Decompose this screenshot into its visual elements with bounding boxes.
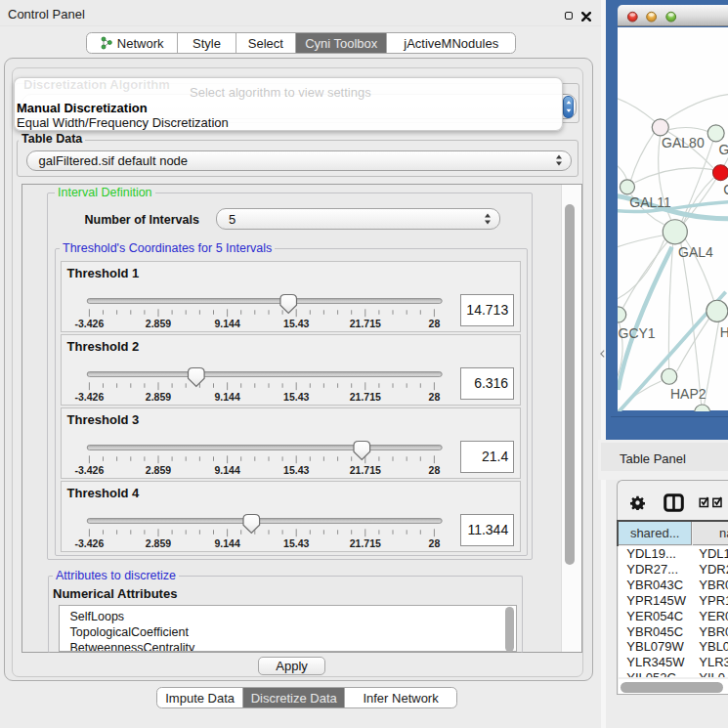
svg-text:2.859: 2.859: [146, 318, 171, 329]
svg-text:GAL11: GAL11: [629, 194, 671, 210]
svg-text:HI: HI: [720, 323, 728, 339]
svg-text:HAP2: HAP2: [670, 385, 707, 401]
svg-text:28: 28: [428, 464, 440, 476]
svg-text:15.43: 15.43: [283, 537, 309, 549]
svg-text:9.144: 9.144: [214, 464, 239, 476]
svg-text:9.144: 9.144: [214, 391, 239, 403]
svg-text:-3.426: -3.426: [74, 464, 104, 476]
svg-text:GAL1: GAL1: [718, 142, 728, 157]
svg-text:15.43: 15.43: [283, 318, 309, 329]
svg-text:21.715: 21.715: [350, 464, 381, 476]
svg-text:2.859: 2.859: [146, 537, 171, 549]
svg-text:CY: CY: [723, 181, 728, 196]
svg-text:GAL80: GAL80: [662, 135, 705, 150]
svg-text:-3.426: -3.426: [74, 537, 104, 549]
svg-text:21.715: 21.715: [350, 318, 381, 329]
svg-text:GCY1: GCY1: [618, 325, 655, 341]
svg-text:15.43: 15.43: [283, 464, 309, 476]
svg-text:2.859: 2.859: [146, 464, 171, 476]
svg-text:2.859: 2.859: [146, 391, 171, 403]
svg-text:15.43: 15.43: [283, 391, 309, 403]
svg-text:28: 28: [428, 391, 440, 403]
svg-text:-3.426: -3.426: [74, 318, 104, 329]
svg-text:9.144: 9.144: [214, 537, 239, 549]
svg-text:21.715: 21.715: [350, 391, 381, 403]
svg-text:21.715: 21.715: [350, 537, 381, 549]
svg-text:GAL4: GAL4: [678, 243, 713, 259]
svg-text:28: 28: [428, 537, 440, 549]
svg-text:9.144: 9.144: [214, 318, 239, 329]
svg-text:-3.426: -3.426: [74, 391, 104, 403]
svg-text:28: 28: [428, 318, 440, 329]
